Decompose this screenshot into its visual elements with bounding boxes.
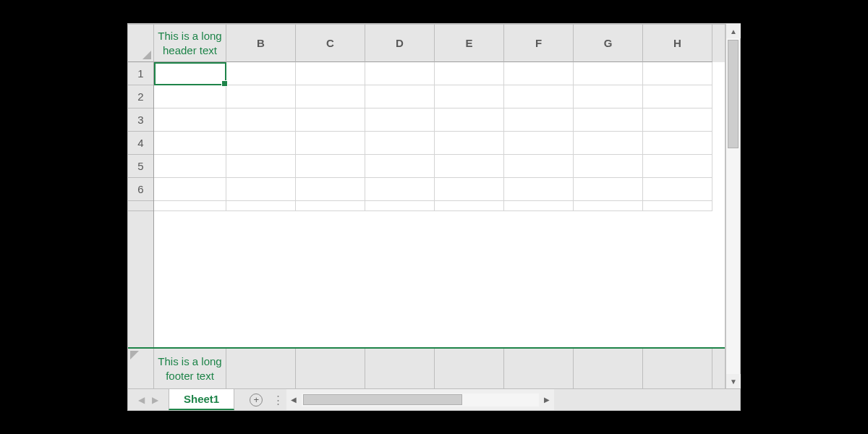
cell[interactable]	[574, 62, 643, 85]
cell-grid[interactable]	[154, 62, 725, 347]
cell[interactable]	[504, 155, 574, 178]
cell[interactable]	[643, 62, 712, 85]
cell[interactable]	[504, 109, 574, 132]
cell[interactable]	[226, 155, 296, 178]
cell[interactable]	[296, 85, 365, 109]
cell[interactable]	[435, 178, 504, 201]
cell[interactable]	[435, 62, 504, 85]
hscroll-track[interactable]	[302, 393, 539, 407]
column-footer-f[interactable]	[504, 349, 574, 388]
column-header-b[interactable]: B	[226, 25, 296, 62]
cell[interactable]	[574, 178, 643, 201]
column-footer-d[interactable]	[365, 349, 435, 388]
cell[interactable]	[574, 201, 643, 211]
column-header-h[interactable]: H	[643, 25, 712, 62]
cell[interactable]	[226, 109, 296, 132]
row-header-3[interactable]: 3	[128, 109, 153, 132]
vscroll-track[interactable]	[726, 38, 740, 374]
cell[interactable]	[574, 85, 643, 109]
column-footer-c[interactable]	[296, 349, 365, 388]
cell[interactable]	[365, 155, 435, 178]
cell[interactable]	[504, 62, 574, 85]
spreadsheet-window: This is a long header text B C D E F G H…	[127, 23, 741, 411]
hscroll-thumb[interactable]	[303, 394, 462, 405]
tab-scroll-splitter[interactable]: ⋮	[269, 389, 286, 410]
cell[interactable]	[365, 62, 435, 85]
cell[interactable]	[574, 132, 643, 155]
cell[interactable]	[154, 201, 226, 211]
column-header-f[interactable]: F	[504, 25, 574, 62]
cell[interactable]	[574, 109, 643, 132]
sheet-tab-sheet1[interactable]: Sheet1	[169, 389, 234, 410]
cell[interactable]	[365, 178, 435, 201]
cell[interactable]	[435, 85, 504, 109]
column-header-e[interactable]: E	[435, 25, 504, 62]
column-footer-b[interactable]	[226, 349, 296, 388]
column-footer-a[interactable]: This is a long footer text	[154, 349, 226, 388]
cell[interactable]	[296, 178, 365, 201]
cell[interactable]	[365, 201, 435, 211]
row-header-2[interactable]: 2	[128, 85, 153, 109]
frozen-pane-toggle[interactable]	[128, 349, 154, 388]
column-footer-g[interactable]	[574, 349, 643, 388]
cell[interactable]	[643, 155, 712, 178]
vertical-scrollbar[interactable]: ▲ ▼	[726, 24, 740, 388]
row-header-7-partial[interactable]	[128, 201, 153, 211]
horizontal-scrollbar[interactable]: ◀ ▶	[286, 389, 554, 410]
row-header-4[interactable]: 4	[128, 132, 153, 155]
cell[interactable]	[643, 201, 712, 211]
scroll-left-arrow-icon[interactable]: ◀	[286, 393, 301, 407]
cell[interactable]	[365, 109, 435, 132]
cell[interactable]	[435, 132, 504, 155]
cell[interactable]	[226, 62, 296, 85]
column-footer-h[interactable]	[643, 349, 712, 388]
column-header-d[interactable]: D	[365, 25, 435, 62]
select-all-corner[interactable]	[128, 25, 154, 62]
scroll-right-arrow-icon[interactable]: ▶	[540, 393, 554, 407]
cell[interactable]	[296, 201, 365, 211]
table-row	[154, 178, 725, 201]
cell[interactable]	[504, 132, 574, 155]
cell[interactable]	[574, 155, 643, 178]
vscroll-thumb[interactable]	[728, 40, 739, 148]
cell[interactable]	[643, 109, 712, 132]
cell[interactable]	[154, 178, 226, 201]
cell[interactable]	[365, 85, 435, 109]
tab-nav-prev-icon[interactable]: ◀	[138, 395, 145, 405]
cell[interactable]	[226, 178, 296, 201]
cell[interactable]	[504, 201, 574, 211]
row-header-1[interactable]: 1	[128, 62, 153, 85]
tab-nav-next-icon[interactable]: ▶	[152, 395, 158, 405]
add-sheet-button[interactable]: +	[243, 389, 269, 410]
cell[interactable]	[296, 62, 365, 85]
cell[interactable]	[435, 155, 504, 178]
row-header-6[interactable]: 6	[128, 178, 153, 201]
cell[interactable]	[296, 109, 365, 132]
row-header-5[interactable]: 5	[128, 155, 153, 178]
cell[interactable]	[296, 132, 365, 155]
cell[interactable]	[643, 85, 712, 109]
cell[interactable]	[504, 85, 574, 109]
column-header-c[interactable]: C	[296, 25, 365, 62]
column-footer-e[interactable]	[435, 349, 504, 388]
cell[interactable]	[154, 155, 226, 178]
cell[interactable]	[226, 132, 296, 155]
cell[interactable]	[154, 85, 226, 109]
cell[interactable]	[435, 109, 504, 132]
scroll-down-arrow-icon[interactable]: ▼	[726, 374, 741, 388]
column-header-a[interactable]: This is a long header text	[154, 25, 226, 62]
cell[interactable]	[643, 132, 712, 155]
cell[interactable]	[226, 201, 296, 211]
cell[interactable]	[365, 132, 435, 155]
scroll-up-arrow-icon[interactable]: ▲	[726, 24, 741, 38]
cell[interactable]	[226, 85, 296, 109]
column-header-g[interactable]: G	[574, 25, 643, 62]
cell[interactable]	[643, 178, 712, 201]
cell[interactable]	[154, 109, 226, 132]
cell[interactable]	[154, 132, 226, 155]
cell[interactable]	[504, 178, 574, 201]
cell[interactable]	[296, 155, 365, 178]
cell-a1[interactable]	[154, 62, 226, 85]
table-row	[154, 85, 725, 109]
cell[interactable]	[435, 201, 504, 211]
